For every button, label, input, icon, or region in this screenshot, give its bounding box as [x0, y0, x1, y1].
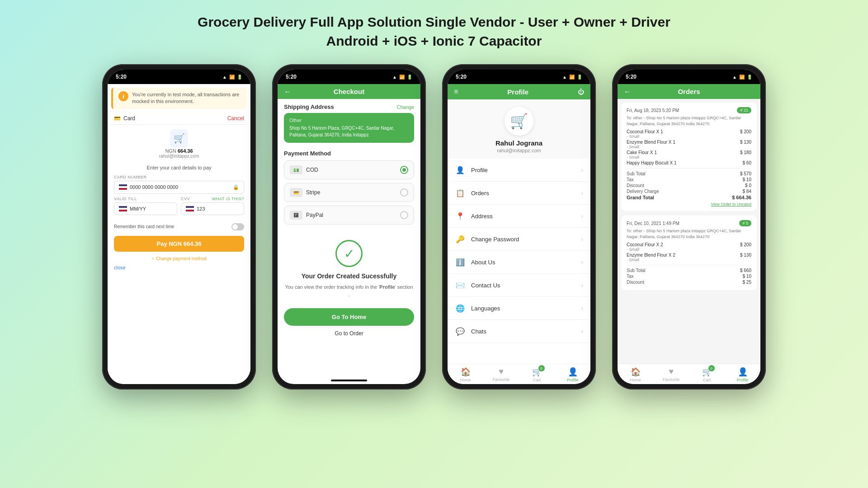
cod-icon: 💵: [290, 165, 302, 174]
go-order-link[interactable]: Go to Order: [278, 326, 420, 341]
item4-price: $ 60: [743, 160, 751, 165]
cvv-value: 123: [197, 206, 205, 211]
change-password-menu-icon: 🔑: [455, 234, 466, 244]
main-title-line1: Grocery Delivery Full App Solution Singl…: [198, 13, 670, 32]
profile-nav-icon: 👤: [568, 367, 578, 377]
cancel-button[interactable]: Cancel: [227, 115, 244, 122]
order2-badge: # 5: [739, 220, 751, 226]
checkout-body: Shipping Address Change Other Shop No 5 …: [278, 99, 420, 377]
order-card-2: Fri, Dec 10, 2021 1:49 PM # 5 To: other …: [621, 216, 757, 290]
cvv-input[interactable]: 123: [181, 202, 244, 215]
menu-icon[interactable]: ≡: [454, 88, 458, 96]
profile-info-section: 🛒 Rahul Jograna rahul@initappz.com: [448, 99, 590, 159]
view-order-link[interactable]: View Order to Unrated: [627, 202, 751, 206]
chevron-icon3: ›: [581, 212, 583, 220]
phone2: 5:20 ▲ 📶 🔋 ← Checkout Shipping Address C…: [272, 64, 426, 389]
orders-title: Orders: [678, 88, 700, 95]
o2-item2-price: $ 130: [740, 253, 751, 262]
remember-toggle[interactable]: [231, 223, 244, 230]
signal-icon4: ▲: [732, 75, 737, 80]
order2-date: Fri, Dec 10, 2021 1:49 PM: [627, 221, 679, 226]
contact-us-item-left: ✉️ Contact Us: [455, 280, 500, 291]
battery-icon: 🔋: [237, 75, 242, 80]
menu-item-orders[interactable]: 📋 Orders ›: [448, 182, 590, 205]
profile-email: rahul@initappz.com: [497, 148, 541, 153]
nav-home[interactable]: 🏠 Home: [448, 367, 483, 382]
nav-favourite[interactable]: ♥ Favourite: [483, 367, 519, 382]
phone3: 5:20 ▲ 📶 🔋 ≡ Profile ⏻ 🛒 Rahul Jograna r…: [442, 64, 596, 389]
menu-item-about-us[interactable]: ℹ️ About Us ›: [448, 251, 590, 274]
cvv-col: CVV What is this? 123: [181, 197, 244, 218]
order1-delivery-row: Delivery Charge $ 84: [627, 189, 751, 194]
p4-profile-nav-icon: 👤: [738, 367, 748, 377]
success-section: ✓ Your Order Created Sucessfully You can…: [278, 231, 420, 303]
paypal-radio[interactable]: [400, 211, 408, 219]
order2-address: To: other - Shop No 5 Hariom plaza Inita…: [627, 228, 751, 239]
test-mode-text: You're currently in test mode, all trans…: [132, 91, 241, 105]
checkout-title: Checkout: [334, 88, 364, 95]
address-menu-label: Address: [471, 213, 493, 220]
payment-option-paypal[interactable]: 🅿 PayPal: [284, 206, 414, 225]
wifi-icon2: 📶: [399, 75, 405, 80]
back-button[interactable]: ←: [284, 88, 291, 96]
chevron-icon: ›: [581, 166, 583, 174]
order1-item2: Enzyme Blend Flour X 1 - Small $ 130: [627, 140, 751, 149]
order-card-1: Fri, Aug 18, 2023 5:20 PM # 21 To: other…: [621, 103, 757, 211]
stripe-radio[interactable]: [400, 188, 408, 197]
p4-nav-favourite[interactable]: ♥ Favourite: [653, 367, 689, 382]
card-number-input[interactable]: 0000 0000 0000 0000 🔒: [114, 181, 244, 194]
chats-menu-icon: 💬: [455, 326, 466, 337]
go-home-button[interactable]: Go To Home: [284, 308, 414, 326]
tax-value: $ 10: [743, 177, 751, 182]
grandtotal-label: Grand Total: [627, 195, 654, 200]
discount-label: Discount: [627, 183, 644, 188]
paypal-left: 🅿 PayPal: [290, 211, 323, 220]
nav-profile[interactable]: 👤 Profile: [555, 367, 590, 382]
change-payment-method[interactable]: ○ Change payment method: [108, 254, 250, 263]
order1-item1: Coconut Flour X 1 - Small $ 200: [627, 129, 751, 139]
remember-row: Remember this card next time: [108, 221, 250, 233]
cod-radio[interactable]: [400, 166, 408, 174]
power-icon[interactable]: ⏻: [578, 88, 584, 95]
change-address-button[interactable]: Change: [396, 104, 414, 110]
menu-item-languages[interactable]: 🌐 Languages ›: [448, 297, 590, 320]
what-is-this[interactable]: What is this?: [212, 197, 244, 201]
o2-subtotal-value: $ 660: [740, 268, 751, 273]
cart-nav-label: Cart: [533, 378, 541, 382]
phone1-status-icons: ▲ 📶 🔋: [222, 75, 242, 80]
flag-icon: [119, 184, 127, 190]
subtotal-label: Sub Total: [627, 171, 646, 176]
payment-option-stripe[interactable]: 💳 Stripe: [284, 183, 414, 202]
menu-item-chats[interactable]: 💬 Chats ›: [448, 320, 590, 343]
valid-till-input[interactable]: MM/YY: [114, 202, 177, 215]
p4-nav-profile[interactable]: 👤 Profile: [725, 367, 760, 382]
phone4-time: 5:20: [626, 74, 637, 80]
cod-label: COD: [306, 167, 318, 173]
phone3-notch-pill: [499, 71, 539, 80]
p4-nav-home[interactable]: 🏠 Home: [618, 367, 653, 382]
delivery-label: Delivery Charge: [627, 189, 659, 194]
card-number-label: CARD NUMBER: [114, 175, 244, 179]
close-button[interactable]: close: [108, 263, 250, 274]
payment-option-cod[interactable]: 💵 COD: [284, 160, 414, 179]
pay-button[interactable]: Pay NGN 664.36: [114, 236, 244, 252]
menu-item-address[interactable]: 📍 Address ›: [448, 205, 590, 228]
menu-item-contact-us[interactable]: ✉️ Contact Us ›: [448, 274, 590, 297]
nav-cart[interactable]: 🛒 Cart: [519, 367, 555, 382]
stripe-left: 💳 Stripe: [290, 188, 320, 197]
p4-nav-cart[interactable]: 🛒 Cart: [689, 367, 725, 382]
menu-item-change-password[interactable]: 🔑 Change Password ›: [448, 228, 590, 251]
home-nav-label: Home: [460, 378, 471, 382]
orders-menu-icon: 📋: [455, 188, 466, 198]
item2-name: Enzyme Blend Flour X 1: [627, 140, 675, 145]
menu-item-profile[interactable]: 👤 Profile ›: [448, 159, 590, 182]
order1-tax-row: Tax $ 10: [627, 177, 751, 182]
p4-favourite-nav-icon: ♥: [669, 367, 674, 376]
orders-back-button[interactable]: ←: [624, 88, 631, 96]
card-icon: 💳: [114, 115, 121, 122]
order1-discount-row: Discount $ 0: [627, 183, 751, 188]
phone3-time: 5:20: [456, 74, 467, 80]
phone4-notch-pill: [669, 71, 709, 80]
change-password-menu-label: Change Password: [471, 236, 519, 243]
wifi-icon: 📶: [229, 75, 235, 80]
